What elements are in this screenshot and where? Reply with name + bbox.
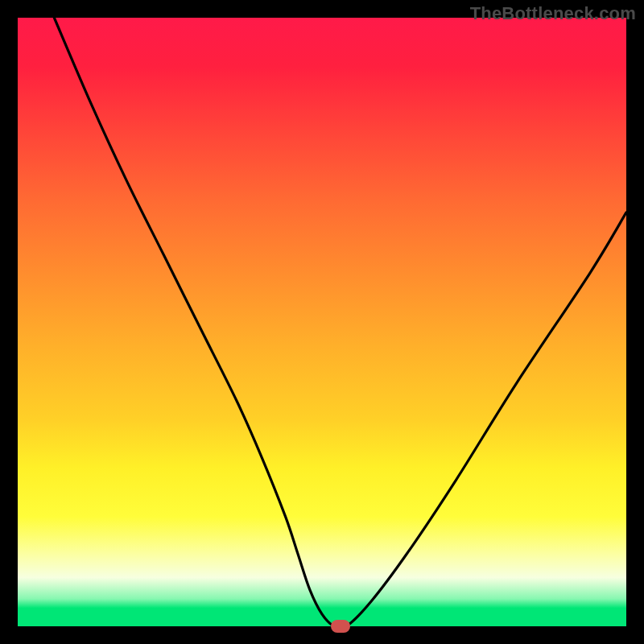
plot-area <box>18 18 626 626</box>
minimum-marker <box>331 620 350 633</box>
bottleneck-curve <box>18 18 626 626</box>
chart-frame: TheBottleneck.com <box>0 0 644 644</box>
watermark-text: TheBottleneck.com <box>470 3 636 24</box>
